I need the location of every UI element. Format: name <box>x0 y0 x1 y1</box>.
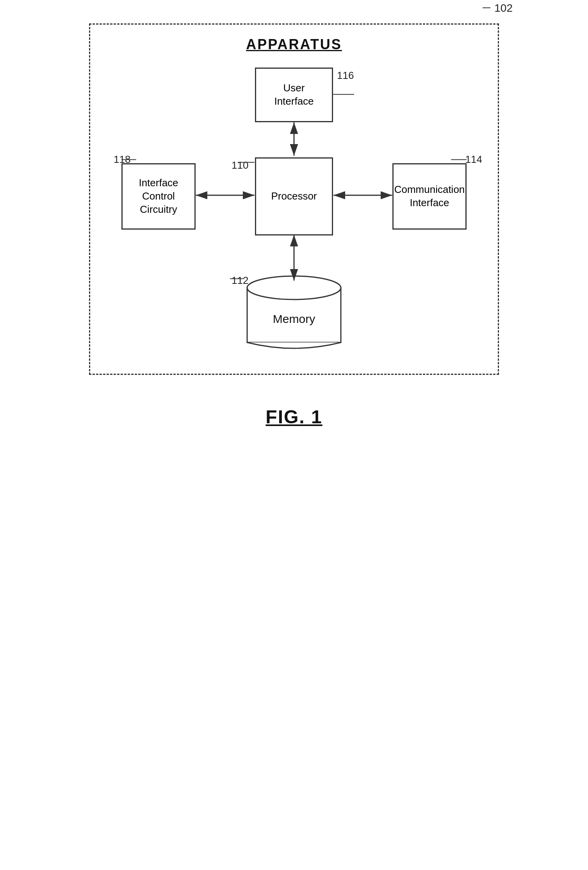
apparatus-box: APPARATUS 116 110 118 114 112 UserInterf… <box>89 23 499 375</box>
interface-control-box: InterfaceControlCircuitry <box>121 163 196 230</box>
memory-container: Memory <box>243 272 345 350</box>
memory-cylinder: Memory <box>243 272 345 350</box>
communication-interface-box: CommunicationInterface <box>392 163 467 230</box>
ref-110-label: 110 <box>232 159 248 171</box>
svg-text:Memory: Memory <box>273 312 315 325</box>
processor-box: Processor <box>255 157 333 235</box>
user-interface-box: UserInterface <box>255 68 333 122</box>
diagram-section: 102 APPARATUS 116 110 118 114 112 UserIn… <box>79 23 509 375</box>
user-interface-label: UserInterface <box>274 82 314 108</box>
communication-interface-label: CommunicationInterface <box>394 183 465 210</box>
svg-point-1 <box>247 276 341 300</box>
apparatus-label: APPARATUS <box>246 36 342 53</box>
ref-114-label: 114 <box>465 153 482 166</box>
processor-label: Processor <box>271 190 317 203</box>
ref-116-label: 116 <box>337 70 354 82</box>
interface-control-label: InterfaceControlCircuitry <box>139 176 178 216</box>
figure-label: FIG. 1 <box>265 406 322 428</box>
ref-102-label: 102 <box>494 2 513 14</box>
